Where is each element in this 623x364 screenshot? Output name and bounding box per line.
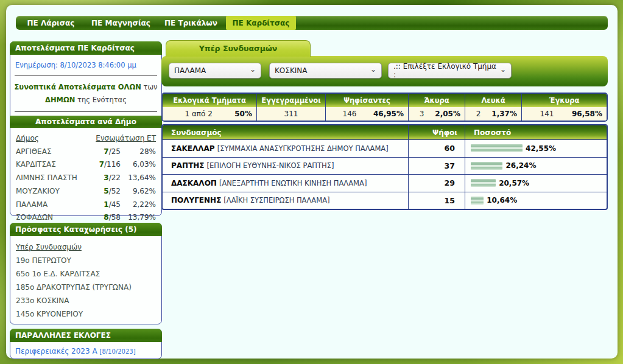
recent-entry[interactable]: 65ο 1ο Ε.Δ. ΚΑΡΔΙΤΣΑΣ xyxy=(16,267,156,281)
municipality-select[interactable]: ΠΑΛΑΜΑ ⌄ xyxy=(169,63,261,79)
percent-cell: 10,64% xyxy=(465,192,607,209)
municipality-fraction: 1/45 xyxy=(83,198,121,212)
total-count: /116 xyxy=(104,160,121,169)
municipality-row[interactable]: ΜΟΥΖΑΚΙΟΥ 5/52 9,62% xyxy=(16,185,156,198)
chevron-down-icon: ⌄ xyxy=(250,66,256,72)
recent-entry[interactable]: 145ο ΚΡΥΟΝΕΡΙΟΥ xyxy=(16,307,156,321)
results-table: Συνδυασμός Ψήφοι Ποσοστό ΣΑΚΕΛΛΑΡ[ΣΥΜΜΑΧ… xyxy=(161,124,608,210)
percent-bar xyxy=(471,144,523,152)
stat-value: 3 xyxy=(409,110,435,118)
summary-normal-part2: της Ενότητας xyxy=(75,96,126,104)
total-count: /58 xyxy=(109,213,121,222)
polling-station-select-value: .:: Επιλέξτε Εκλογικό Τμήμα : xyxy=(393,62,500,79)
combination-desc: [ΛΑΪΚΗ ΣΥΣΠΕΙΡΩΣΗ ΠΑΛΑΜΑ] xyxy=(224,196,329,205)
combination-name-cell: ΠΟΛΥΓΕΝΗΣ[ΛΑΪΚΗ ΣΥΣΠΕΙΡΩΣΗ ΠΑΛΑΜΑ] xyxy=(163,192,408,209)
per-municipality-title: Αποτελέσματα ανά Δήμο xyxy=(10,116,162,128)
candidate-name: ΔΑΣΚΑΛΟΠ xyxy=(171,179,219,187)
municipality-pct: 2,22% xyxy=(121,198,156,212)
parallel-election-date: [8/10/2023] xyxy=(99,348,135,355)
recent-entries-title: Πρόσφατες Καταχωρήσεις (5) xyxy=(10,223,162,236)
tab-yper-syndyasmon[interactable]: Υπέρ Συνδυασμών xyxy=(166,40,311,57)
municipality-name: ΚΑΡΔΙΤΣΑΣ xyxy=(16,158,83,172)
municipality-name: ΑΡΓΙΘΕΑΣ xyxy=(16,145,83,159)
stat-value: 2 xyxy=(465,110,491,118)
results-box-title: Αποτελέσματα ΠΕ Καρδίτσας xyxy=(10,41,162,55)
stat-value: 311 xyxy=(257,110,325,118)
combination-desc: [ΑΝΕΞΑΡΤΗΤΗ ΕΝΩΤΙΚΗ ΚΙΝΗΣΗ ΠΑΛΑΜΑ] xyxy=(219,179,367,187)
stat-col-invalid: Άκυρα 32,05% xyxy=(408,94,465,121)
votes-cell: 60 xyxy=(408,139,465,157)
stat-col-registered: Εγγεγραμμένοι 311 xyxy=(256,94,325,121)
municipality-fraction: 3/22 xyxy=(83,172,121,185)
done-count: 5 xyxy=(104,187,108,195)
municipality-row[interactable]: ΑΡΓΙΘΕΑΣ 7/25 28% xyxy=(16,145,156,159)
parallel-election-link[interactable]: Περιφερειακές 2023 Α [8/10/2023] xyxy=(10,342,161,361)
stat-header: Εκλογικά Τμήματα xyxy=(163,94,256,107)
stat-col-blank: Λευκά 21,37% xyxy=(465,94,521,121)
district-select-value: ΚΟΣΚΙΝΑ xyxy=(275,66,308,75)
recent-category-link[interactable]: Υπέρ Συνδυασμών xyxy=(16,240,156,254)
stat-value: 146 xyxy=(326,110,373,118)
stat-header: Εγγεγραμμένοι xyxy=(257,94,325,107)
municipality-name: ΜΟΥΖΑΚΙΟΥ xyxy=(16,185,83,198)
recent-entries-list: Υπέρ Συνδυασμών 19ο ΠΕΤΡΩΤΟΥ 65ο 1ο Ε.Δ.… xyxy=(10,236,161,326)
summary-all-municipalities-link[interactable]: Συνοπτικά Αποτελέσματα ΟΛΩΝ των ΔΗΜΩΝ τη… xyxy=(10,77,161,110)
candidate-name: ΠΟΛΥΓΕΝΗΣ xyxy=(171,196,224,205)
chevron-down-icon: ⌄ xyxy=(370,66,376,72)
municipality-select-value: ΠΑΛΑΜΑ xyxy=(174,66,206,75)
parallel-elections-title: ΠΑΡΑΛΛΗΛΕΣ ΕΚΛΟΓΕΣ xyxy=(10,329,162,342)
recent-entry[interactable]: 233ο ΚΟΣΚΙΝΑ xyxy=(16,294,156,307)
done-count: 7 xyxy=(99,160,104,169)
summary-bold-part2: ΔΗΜΩΝ xyxy=(45,96,75,104)
filter-bar: ΠΑΛΑΜΑ ⌄ ΚΟΣΚΙΝΑ ⌄ .:: Επιλέξτε Εκλογικό… xyxy=(161,56,608,86)
percent-cell: 42,55% xyxy=(465,139,607,157)
col-percent: Ποσοστό xyxy=(465,125,607,139)
stats-table: Εκλογικά Τμήματα 1 από 250% Εγγεγραμμένο… xyxy=(161,93,608,122)
nav-tab-trikalon[interactable]: ΠΕ Τρικάλων xyxy=(156,16,226,30)
percent-label: 42,55% xyxy=(526,144,556,153)
col-votes: Ψήφοι xyxy=(408,125,465,139)
recent-entry[interactable]: 19ο ΠΕΤΡΩΤΟΥ xyxy=(16,254,156,267)
stat-pct: 46,95% xyxy=(373,110,408,118)
divider xyxy=(15,75,157,76)
municipality-pct: 13,64% xyxy=(121,172,156,185)
stat-header: Άκυρα xyxy=(409,94,465,107)
municipality-pct: 9,62% xyxy=(121,185,156,198)
col-integration: Ενσωμάτωση ΕΤ xyxy=(96,132,156,145)
percent-bar xyxy=(471,162,502,170)
stat-col-voted: Ψηφίσαντες 14646,95% xyxy=(325,94,408,121)
percent-cell: 26,24% xyxy=(465,157,607,175)
nav-tab-karditsas[interactable]: ΠΕ Καρδίτσας xyxy=(226,16,296,30)
done-count: 8 xyxy=(104,213,108,222)
nav-tab-magnisias[interactable]: ΠΕ Μαγνησίας xyxy=(86,16,156,30)
district-select[interactable]: ΚΟΣΚΙΝΑ ⌄ xyxy=(269,63,382,79)
stat-header: Λευκά xyxy=(465,94,521,107)
votes-cell: 15 xyxy=(408,192,465,209)
municipality-name: ΛΙΜΝΗΣ ΠΛΑΣΤΗ xyxy=(16,172,83,185)
nav-tab-larisas[interactable]: ΠΕ Λάρισας xyxy=(16,16,86,30)
parallel-election-link-text: Περιφερειακές 2023 Α xyxy=(15,347,97,355)
stat-pct: 2,05% xyxy=(435,110,465,118)
municipality-table: Δήμος Ενσωμάτωση ΕΤ ΑΡΓΙΘΕΑΣ 7/25 28% ΚΑ… xyxy=(10,128,161,229)
done-count: 7 xyxy=(104,147,108,156)
parallel-elections-box: ΠΑΡΑΛΛΗΛΕΣ ΕΚΛΟΓΕΣ Περιφερειακές 2023 Α … xyxy=(10,329,162,359)
percent-label: 20,57% xyxy=(499,179,529,187)
done-count: 1 xyxy=(104,200,108,209)
stat-value: 141 xyxy=(522,110,572,118)
done-count: 3 xyxy=(104,173,108,182)
divider xyxy=(15,111,157,112)
stat-value: 1 από 2 xyxy=(163,110,234,118)
stat-pct: 1,37% xyxy=(491,110,521,118)
municipality-row[interactable]: ΚΑΡΔΙΤΣΑΣ 7/116 6,03% xyxy=(16,158,156,172)
stat-header: Ψηφίσαντες xyxy=(326,94,408,107)
municipality-table-header: Δήμος Ενσωμάτωση ΕΤ xyxy=(16,132,156,145)
percent-label: 10,64% xyxy=(487,196,517,205)
municipality-row[interactable]: ΠΑΛΑΜΑ 1/45 2,22% xyxy=(16,198,156,212)
polling-station-select[interactable]: .:: Επιλέξτε Εκλογικό Τμήμα : ⌄ xyxy=(388,63,512,79)
percent-label: 26,24% xyxy=(505,161,536,170)
municipality-row[interactable]: ΛΙΜΝΗΣ ΠΛΑΣΤΗ 3/22 13,64% xyxy=(16,172,156,185)
candidate-name: ΣΑΚΕΛΛΑΡ xyxy=(171,144,217,153)
total-count: /25 xyxy=(109,147,121,156)
recent-entry[interactable]: 185ο ΔΡΑΚΟΤΡΥΠΑΣ (ΤΡΥΓΩΝΑ) xyxy=(16,281,156,294)
stat-col-sections: Εκλογικά Τμήματα 1 από 250% xyxy=(163,94,256,121)
